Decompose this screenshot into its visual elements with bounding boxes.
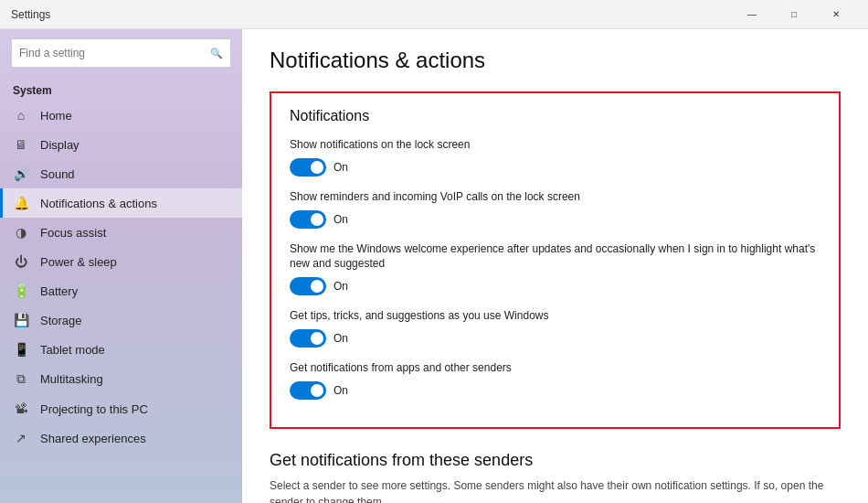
sidebar-item-label-tablet: Tablet mode bbox=[40, 343, 105, 357]
toggle-label-0: Show notifications on the lock screen bbox=[290, 137, 820, 153]
sidebar-item-focus[interactable]: ◑ Focus assist bbox=[0, 218, 242, 247]
app-container: 🔍 System ⌂ Home 🖥 Display 🔊 Sound 🔔 Noti… bbox=[0, 29, 868, 503]
toggle-label-4: Get notifications from apps and other se… bbox=[290, 360, 820, 376]
toggle-control-2: On bbox=[290, 277, 820, 295]
toggle-row-1: Show reminders and incoming VoIP calls o… bbox=[290, 189, 820, 229]
sidebar-item-label-shared: Shared experiences bbox=[40, 432, 146, 445]
toggle-row-2: Show me the Windows welcome experience a… bbox=[290, 241, 820, 296]
focus-icon: ◑ bbox=[13, 225, 29, 240]
sidebar-item-projecting[interactable]: 📽 Projecting to this PC bbox=[0, 394, 242, 423]
toggle-row-4: Get notifications from apps and other se… bbox=[290, 360, 820, 400]
notifications-icon: 🔔 bbox=[13, 196, 29, 210]
multitasking-icon: ⧉ bbox=[13, 371, 29, 387]
sidebar-item-label-storage: Storage bbox=[40, 314, 82, 327]
sidebar-item-label-sound: Sound bbox=[40, 167, 75, 181]
sidebar-item-label-display: Display bbox=[40, 138, 79, 152]
display-icon: 🖥 bbox=[13, 137, 29, 152]
storage-icon: 💾 bbox=[13, 313, 29, 327]
toggle-label-2: Show me the Windows welcome experience a… bbox=[290, 241, 820, 273]
toggles-container: Show notifications on the lock screen On… bbox=[290, 137, 820, 400]
toggle-label-1: Show reminders and incoming VoIP calls o… bbox=[290, 189, 820, 205]
notifications-box: Notifications Show notifications on the … bbox=[270, 91, 841, 429]
shared-icon: ↗ bbox=[13, 431, 29, 445]
search-box[interactable]: 🔍 bbox=[11, 38, 231, 68]
search-input[interactable] bbox=[19, 47, 210, 59]
toggle-switch-2[interactable] bbox=[290, 277, 326, 295]
toggle-state-4: On bbox=[333, 384, 348, 397]
sidebar-item-tablet[interactable]: 📱 Tablet mode bbox=[0, 335, 242, 364]
sidebar-item-display[interactable]: 🖥 Display bbox=[0, 130, 242, 159]
projecting-icon: 📽 bbox=[13, 401, 29, 416]
toggle-control-3: On bbox=[290, 329, 820, 348]
sidebar-item-power[interactable]: ⏻ Power & sleep bbox=[0, 247, 242, 276]
toggle-state-3: On bbox=[333, 332, 348, 345]
notifications-section-title: Notifications bbox=[290, 108, 820, 124]
sidebar-item-label-home: Home bbox=[40, 109, 72, 123]
sidebar-item-label-power: Power & sleep bbox=[40, 255, 117, 269]
page-title: Notifications & actions bbox=[270, 48, 841, 73]
main-content: Notifications & actions Notifications Sh… bbox=[242, 29, 868, 503]
battery-icon: 🔋 bbox=[13, 284, 29, 298]
toggle-control-0: On bbox=[290, 158, 820, 177]
sidebar-item-sound[interactable]: 🔊 Sound bbox=[0, 159, 242, 188]
power-icon: ⏻ bbox=[13, 254, 29, 269]
sidebar-item-storage[interactable]: 💾 Storage bbox=[0, 305, 242, 335]
senders-section: Get notifications from these senders Sel… bbox=[270, 451, 841, 503]
senders-title: Get notifications from these senders bbox=[270, 451, 841, 470]
sidebar-item-shared[interactable]: ↗ Shared experiences bbox=[0, 423, 242, 453]
nav-container: ⌂ Home 🖥 Display 🔊 Sound 🔔 Notifications… bbox=[0, 101, 242, 453]
sidebar-item-label-projecting: Projecting to this PC bbox=[40, 402, 148, 416]
toggle-switch-0[interactable] bbox=[290, 158, 326, 177]
toggle-switch-4[interactable] bbox=[290, 381, 326, 400]
titlebar: Settings — □ ✕ bbox=[0, 0, 868, 29]
toggle-state-1: On bbox=[333, 213, 348, 226]
toggle-control-1: On bbox=[290, 210, 820, 229]
toggle-row-3: Get tips, tricks, and suggestions as you… bbox=[290, 308, 820, 348]
maximize-button[interactable]: □ bbox=[773, 0, 815, 29]
sidebar-item-label-battery: Battery bbox=[40, 284, 78, 298]
sidebar-item-home[interactable]: ⌂ Home bbox=[0, 101, 242, 130]
toggle-state-0: On bbox=[333, 161, 348, 174]
close-button[interactable]: ✕ bbox=[815, 0, 857, 29]
sidebar: 🔍 System ⌂ Home 🖥 Display 🔊 Sound 🔔 Noti… bbox=[0, 29, 242, 503]
titlebar-controls: — □ ✕ bbox=[731, 0, 857, 29]
toggle-state-2: On bbox=[333, 280, 348, 293]
sidebar-item-label-notifications: Notifications & actions bbox=[40, 197, 157, 210]
sidebar-item-notifications[interactable]: 🔔 Notifications & actions bbox=[0, 188, 242, 218]
toggle-control-4: On bbox=[290, 381, 820, 400]
toggle-row-0: Show notifications on the lock screen On bbox=[290, 137, 820, 177]
home-icon: ⌂ bbox=[13, 108, 29, 123]
sidebar-item-multitasking[interactable]: ⧉ Multitasking bbox=[0, 364, 242, 394]
toggle-switch-3[interactable] bbox=[290, 329, 326, 348]
sidebar-item-battery[interactable]: 🔋 Battery bbox=[0, 276, 242, 305]
system-label: System bbox=[0, 77, 242, 101]
toggle-label-3: Get tips, tricks, and suggestions as you… bbox=[290, 308, 820, 324]
minimize-button[interactable]: — bbox=[731, 0, 773, 29]
titlebar-title: Settings bbox=[11, 8, 50, 21]
senders-description: Select a sender to see more settings. So… bbox=[270, 477, 841, 503]
search-icon: 🔍 bbox=[210, 48, 223, 59]
sound-icon: 🔊 bbox=[13, 166, 29, 181]
tablet-icon: 📱 bbox=[13, 342, 29, 357]
toggle-switch-1[interactable] bbox=[290, 210, 326, 229]
sidebar-item-label-focus: Focus assist bbox=[40, 226, 106, 240]
sidebar-item-label-multitasking: Multitasking bbox=[40, 372, 103, 386]
